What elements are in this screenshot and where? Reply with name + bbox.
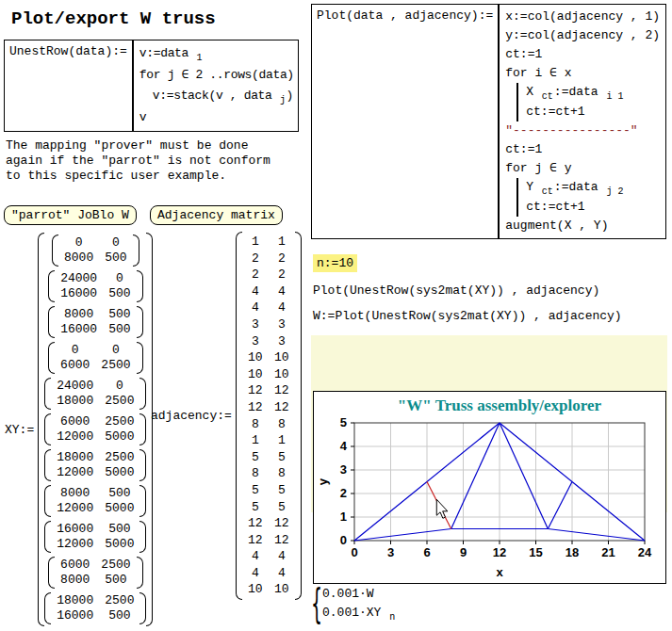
truss-member — [451, 423, 500, 529]
matrix-paren-left — [38, 233, 44, 626]
matrix-cell: 500 — [108, 286, 130, 301]
matrix-cell: 2500 — [105, 593, 134, 608]
matrix-cell: 2500 — [105, 450, 134, 465]
page-title: Plot/export W truss — [4, 6, 223, 32]
adjacency-assign-label: adjacency:= — [151, 409, 232, 423]
x-tick-label: 24 — [638, 545, 652, 559]
math-line: v:=data 1 — [139, 43, 294, 65]
matrix-paren-right — [137, 306, 143, 338]
matrix-paren-left — [44, 378, 51, 410]
n-assignment[interactable]: n:=10 — [313, 254, 357, 272]
program-inner-block: X ct:=data i 1ct:=ct+1 — [516, 83, 660, 121]
plot-function-region[interactable]: Plot(data , adjacency):= x:=col(adjacenc… — [311, 4, 666, 239]
note-line-3: to this specific user example. — [6, 169, 270, 184]
matrix-cell: 12 — [248, 532, 263, 549]
matrix-cell: 16000 — [60, 286, 97, 301]
matrix-cell: 16000 — [57, 608, 93, 623]
plot-fn-program-body: x:=col(adjacency , 1)y:=col(adjacency , … — [498, 5, 665, 238]
math-line: for j ∈ 2 ..rows(data) — [139, 65, 294, 86]
mouse-cursor-icon — [436, 499, 448, 518]
matrix-cell: 5 — [248, 499, 263, 516]
adjacency-matrix-region[interactable]: adjacency:= 1122224444333310101010121212… — [151, 232, 302, 600]
x-tick-label: 0 — [351, 545, 357, 559]
matrix-cell: 24000 — [60, 271, 97, 286]
matrix-cell: 12000 — [57, 537, 93, 552]
matrix-cell: 6000 — [60, 414, 90, 429]
matrix-cell: 18000 — [57, 450, 93, 465]
matrix-cell: 5000 — [105, 429, 134, 445]
xy-submatrix: 16000500120005000 — [44, 521, 146, 553]
matrix-cell: 3 — [274, 333, 289, 350]
x-tick-label: 21 — [601, 545, 615, 559]
math-line: Y ct:=data j 2 — [526, 178, 660, 198]
matrix-cell: 4 — [274, 299, 289, 316]
matrix-cell: 500 — [108, 608, 130, 623]
y-tick-label: 5 — [340, 415, 347, 429]
matrix-cell: 12 — [248, 382, 263, 399]
matrix-cell: 5 — [274, 499, 289, 516]
xy-submatrix-cells: 240000180002500 — [51, 378, 139, 410]
matrix-paren-right — [139, 485, 146, 517]
matrix-cell: 8000 — [64, 251, 93, 266]
xy-submatrix-cells: 24000016000500 — [55, 270, 136, 302]
matrix-cell: 18000 — [57, 394, 93, 409]
y-tick-label: 3 — [340, 462, 347, 477]
xy-submatrix: 008000500 — [52, 235, 139, 267]
adjacency-matrix-cells: 1122224444333310101010121212128811558855… — [242, 232, 295, 600]
matrix-cell: 2 — [274, 251, 289, 267]
plot-fn-lhs: Plot(data , adjacency):= — [312, 5, 498, 26]
plot-call-expression[interactable]: Plot(UnestRow(sys2mat(XY)) , adjacency) — [313, 283, 599, 298]
xy-submatrix: 800050016000500 — [48, 306, 142, 338]
math-line: ct:=ct+1 — [526, 198, 660, 217]
xy-submatrix: 0060002500 — [48, 342, 142, 374]
matrix-cell: 2 — [248, 251, 263, 267]
truss-member — [354, 529, 451, 542]
plot-trace-expressions[interactable]: { 0.001·W0.001·XY n — [311, 585, 396, 623]
matrix-cell: 5 — [248, 482, 263, 499]
w-assignment-expression[interactable]: W:=Plot(UnestRow(sys2mat(XY)) , adjacenc… — [313, 309, 622, 323]
matrix-cell: 3 — [274, 316, 289, 333]
matrix-paren-left — [48, 557, 55, 589]
matrix-cell: 500 — [105, 251, 126, 266]
xy-submatrix-cells: 800050016000500 — [55, 306, 136, 338]
math-line: v:=stack(v , data j) — [153, 86, 294, 107]
unestrow-function-region[interactable]: UnestRow(data):= v:=data 1for j ∈ 2 ..ro… — [4, 40, 299, 132]
matrix-paren-right — [137, 342, 143, 374]
matrix-cell: 500 — [108, 322, 130, 337]
matrix-cell: 4 — [248, 283, 263, 300]
unestrow-lhs: UnestRow(data):= — [5, 40, 132, 62]
matrix-paren-right — [139, 378, 146, 410]
math-line: ct:=1 — [505, 140, 660, 159]
xy-submatrix: 18000250016000500 — [44, 592, 146, 624]
x-tick-label: 12 — [493, 545, 506, 559]
trace-expr-lines: 0.001·W0.001·XY n — [322, 585, 396, 623]
matrix-cell: 0 — [72, 343, 79, 358]
math-line: ct:=ct+1 — [526, 103, 660, 121]
matrix-cell: 6000 — [60, 358, 90, 373]
matrix-cell: 4 — [248, 548, 263, 565]
truss-plot-region[interactable]: 03691215182124012345xy"W" Truss assembly… — [313, 391, 666, 584]
x-axis-label: x — [496, 565, 503, 579]
matrix-cell: 2500 — [101, 358, 130, 373]
matrix-cell: 5000 — [105, 465, 134, 480]
matrix-cell: 500 — [108, 486, 130, 501]
matrix-paren-left — [48, 270, 55, 302]
matrix-cell: 0 — [112, 235, 120, 251]
x-tick-label: 3 — [387, 545, 394, 559]
matrix-cell: 1 — [248, 234, 263, 251]
xy-submatrix-cells: 8000500120005000 — [51, 485, 139, 517]
matrix-cell: 10 — [274, 366, 289, 383]
truss-plot-svg: 03691215182124012345xy"W" Truss assembly… — [314, 392, 665, 583]
matrix-cell: 2500 — [101, 558, 130, 573]
note-line-2: again if the "parrot" is not conform — [6, 154, 270, 169]
xy-submatrix-cells: 180002500120005000 — [51, 449, 139, 481]
program-inner-block: Y ct:=data j 2ct:=ct+1 — [516, 178, 660, 217]
matrix-cell: 4 — [248, 565, 263, 582]
xy-matrix-region[interactable]: XY:= 00800050024000016000500800050016000… — [5, 233, 153, 626]
matrix-cell: 4 — [274, 548, 289, 565]
math-line: y:=col(adjacency , 2) — [505, 26, 660, 45]
matrix-cell: 12000 — [57, 501, 93, 516]
matrix-cell: 4 — [274, 565, 289, 582]
matrix-cell: 4 — [248, 299, 263, 316]
matrix-cell: 0 — [112, 343, 120, 358]
